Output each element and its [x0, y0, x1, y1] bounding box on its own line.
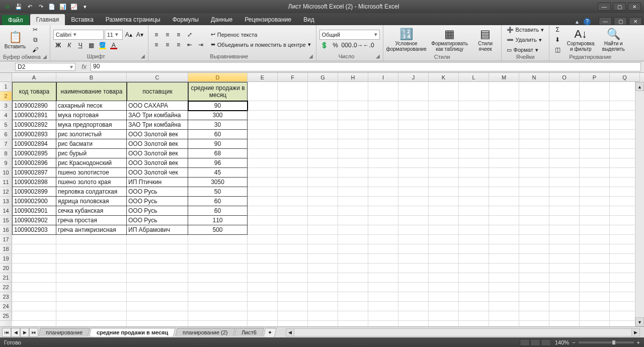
cell[interactable] [12, 254, 56, 264]
cell[interactable] [248, 139, 278, 149]
cell[interactable] [278, 292, 308, 302]
cell[interactable] [459, 216, 489, 225]
decrease-font-icon[interactable]: A▾ [135, 30, 145, 39]
cell[interactable] [188, 321, 248, 326]
cell[interactable] [489, 139, 519, 149]
cell[interactable] [338, 321, 368, 326]
cell[interactable] [429, 254, 459, 264]
cell[interactable] [308, 168, 338, 178]
cell[interactable] [338, 187, 368, 197]
cell[interactable] [549, 311, 580, 321]
cell[interactable] [368, 168, 398, 178]
cell[interactable] [580, 149, 610, 158]
cell[interactable] [368, 273, 398, 283]
cell[interactable] [278, 311, 308, 321]
cell[interactable] [398, 158, 429, 168]
cell[interactable] [308, 206, 338, 216]
cell[interactable] [429, 149, 459, 158]
cell[interactable] [308, 311, 338, 321]
cell[interactable] [429, 101, 459, 111]
cell[interactable]: 1009002894 [12, 139, 56, 149]
cell[interactable] [580, 206, 610, 216]
row-header[interactable]: 16 [0, 225, 12, 235]
cell[interactable] [398, 264, 429, 273]
row-header[interactable]: 19 [0, 254, 12, 264]
cell[interactable] [429, 225, 459, 235]
zoom-slider[interactable] [579, 341, 634, 343]
column-header[interactable]: J [398, 73, 429, 82]
row-header[interactable]: 14 [0, 206, 12, 216]
cell[interactable] [549, 178, 580, 187]
align-bottom-icon[interactable]: ≡ [174, 30, 184, 39]
last-sheet-icon[interactable]: ⏭ [29, 328, 38, 337]
cell[interactable]: ЗАО Три комбайна [127, 120, 188, 130]
decrease-decimal-icon[interactable]: ←.0 [364, 41, 374, 50]
cell[interactable] [429, 206, 459, 216]
cell[interactable] [308, 120, 338, 130]
cell[interactable] [338, 111, 368, 120]
page-layout-view-icon[interactable] [530, 339, 540, 346]
cell[interactable]: 30 [188, 120, 248, 130]
row-header[interactable]: 8 [0, 149, 12, 158]
row-header[interactable]: 20 [0, 264, 12, 273]
cell[interactable] [188, 283, 248, 292]
page-break-view-icon[interactable] [541, 339, 551, 346]
cell[interactable] [398, 168, 429, 178]
cell[interactable] [338, 139, 368, 149]
cell[interactable] [580, 254, 610, 264]
cell[interactable] [398, 206, 429, 216]
cell[interactable] [549, 139, 580, 149]
cell[interactable] [429, 283, 459, 292]
cell[interactable] [519, 111, 549, 120]
cell[interactable] [429, 264, 459, 273]
find-select-button[interactable]: 🔍Найти и выделить [599, 26, 628, 53]
cell[interactable] [580, 158, 610, 168]
cell[interactable] [519, 302, 549, 311]
cell[interactable] [429, 235, 459, 244]
cell[interactable] [278, 197, 308, 206]
cell[interactable] [127, 302, 188, 311]
cell[interactable] [549, 111, 580, 120]
copy-icon[interactable]: ⧉ [30, 35, 40, 44]
cell[interactable] [188, 264, 248, 273]
row-header[interactable]: 11 [0, 178, 12, 187]
cell[interactable] [398, 225, 429, 235]
cell[interactable] [519, 82, 549, 101]
cell[interactable] [368, 244, 398, 254]
cell[interactable] [368, 130, 398, 139]
cell[interactable] [248, 273, 278, 283]
cell[interactable] [308, 130, 338, 139]
horizontal-scrollbar[interactable]: ◀ ▶ [286, 328, 640, 336]
cell[interactable] [489, 149, 519, 158]
cell[interactable] [338, 302, 368, 311]
format-as-table-button[interactable]: ▦Форматировать как таблицу [430, 26, 470, 53]
column-header[interactable]: M [489, 73, 519, 82]
cell[interactable] [519, 101, 549, 111]
dialog-launcher-icon[interactable]: ◢ [141, 53, 145, 60]
next-sheet-icon[interactable]: ▶ [20, 328, 29, 337]
cell[interactable] [580, 178, 610, 187]
comma-icon[interactable]: 000 [342, 41, 352, 50]
cell[interactable] [580, 130, 610, 139]
save-icon[interactable]: 💾 [14, 2, 23, 11]
cell[interactable] [398, 82, 429, 101]
cell[interactable] [489, 158, 519, 168]
column-header[interactable]: A [12, 73, 56, 82]
cell[interactable]: средние продажи в месяц [188, 82, 248, 101]
cell[interactable] [429, 130, 459, 139]
row-header[interactable]: 15 [0, 216, 12, 225]
column-header[interactable]: Q [610, 73, 640, 82]
align-center-icon[interactable]: ≡ [163, 40, 173, 49]
cell[interactable] [459, 321, 489, 326]
cell[interactable] [580, 264, 610, 273]
cell[interactable] [519, 235, 549, 244]
cell[interactable]: 500 [188, 225, 248, 235]
cell[interactable]: греча простая [56, 216, 127, 225]
cell[interactable] [248, 264, 278, 273]
cell[interactable] [398, 197, 429, 206]
doc-close-button[interactable]: ✕ [629, 17, 642, 25]
cell[interactable] [248, 321, 278, 326]
row-header[interactable]: 7 [0, 139, 12, 149]
cell[interactable] [549, 158, 580, 168]
cell[interactable]: 1009002895 [12, 149, 56, 158]
